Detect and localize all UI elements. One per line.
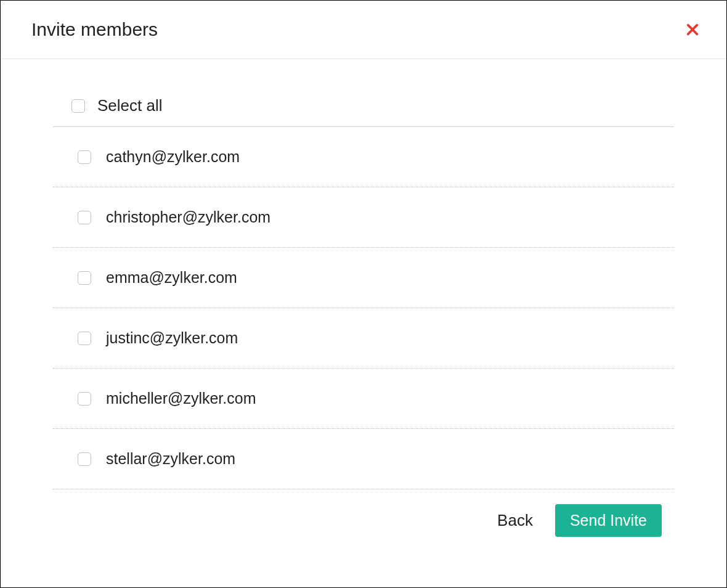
select-all-row[interactable]: Select all <box>53 96 674 127</box>
member-email: justinc@zylker.com <box>106 329 238 347</box>
modal-title: Invite members <box>31 19 158 40</box>
member-row[interactable]: stellar@zylker.com <box>53 429 674 489</box>
close-button[interactable] <box>683 20 702 39</box>
member-checkbox[interactable] <box>78 332 91 345</box>
member-list: cathyn@zylker.com christopher@zylker.com… <box>53 127 674 489</box>
member-checkbox[interactable] <box>78 271 91 285</box>
member-email: micheller@zylker.com <box>106 390 256 407</box>
back-button[interactable]: Back <box>492 505 538 536</box>
member-email: stellar@zylker.com <box>106 450 235 468</box>
select-all-label: Select all <box>97 96 163 115</box>
member-checkbox[interactable] <box>78 452 91 466</box>
modal-content: Select all cathyn@zylker.com christopher… <box>1 59 726 555</box>
send-invite-button[interactable]: Send Invite <box>555 504 662 537</box>
member-row[interactable]: cathyn@zylker.com <box>53 127 674 187</box>
member-row[interactable]: micheller@zylker.com <box>53 369 674 429</box>
invite-members-modal: Invite members Select all cathyn@zylker.… <box>1 1 726 555</box>
modal-footer: Back Send Invite <box>53 489 674 537</box>
modal-header: Invite members <box>1 1 726 59</box>
member-checkbox[interactable] <box>78 392 91 406</box>
member-email: emma@zylker.com <box>106 269 237 287</box>
member-checkbox[interactable] <box>78 150 91 164</box>
close-icon <box>686 23 699 36</box>
member-row[interactable]: justinc@zylker.com <box>53 308 674 369</box>
member-row[interactable]: christopher@zylker.com <box>53 187 674 248</box>
member-email: christopher@zylker.com <box>106 208 270 226</box>
member-checkbox[interactable] <box>78 211 91 224</box>
select-all-checkbox[interactable] <box>71 99 85 113</box>
member-email: cathyn@zylker.com <box>106 148 240 166</box>
member-row[interactable]: emma@zylker.com <box>53 248 674 308</box>
